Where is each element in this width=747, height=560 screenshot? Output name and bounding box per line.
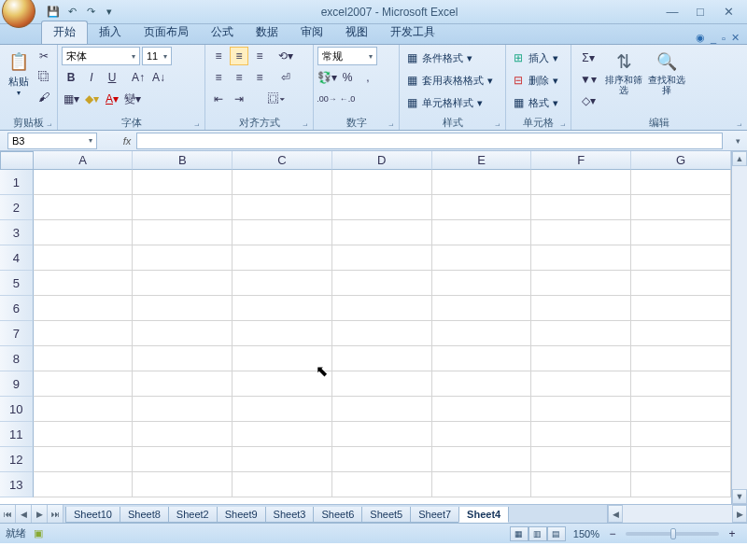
col-header[interactable]: A <box>34 151 134 170</box>
cell[interactable] <box>631 447 731 472</box>
cell[interactable] <box>233 271 332 296</box>
row-header[interactable]: 12 <box>0 447 34 472</box>
cell[interactable] <box>133 422 233 447</box>
cell[interactable] <box>233 245 332 271</box>
cell[interactable] <box>233 472 332 497</box>
cell[interactable] <box>34 447 134 472</box>
expand-formula-icon[interactable]: ▾ <box>736 136 747 146</box>
sheet-tab[interactable]: Sheet3 <box>265 507 315 523</box>
cell[interactable] <box>531 170 631 195</box>
font-name-combo[interactable]: 宋体 <box>62 47 140 65</box>
percent-format-button[interactable]: % <box>338 68 357 87</box>
decrease-indent-button[interactable]: ⇤ <box>209 90 228 108</box>
fill-button[interactable]: ▼▾ <box>575 70 601 89</box>
merge-center-button[interactable]: ⿴▾ <box>256 90 297 108</box>
scroll-up-icon[interactable]: ▲ <box>732 151 747 166</box>
cell[interactable] <box>133 397 233 422</box>
sheet-tab[interactable]: Sheet8 <box>120 507 169 523</box>
underline-button[interactable]: U <box>103 68 121 87</box>
cut-icon[interactable]: ✂ <box>35 47 53 65</box>
cell[interactable] <box>432 472 532 497</box>
cell[interactable] <box>332 195 432 220</box>
cell[interactable] <box>432 271 532 296</box>
normal-view-button[interactable]: ▦ <box>510 526 529 541</box>
cell[interactable] <box>34 371 134 397</box>
col-header[interactable]: G <box>631 151 731 170</box>
pagelayout-view-button[interactable]: ▥ <box>529 526 547 541</box>
scroll-right-icon[interactable]: ▶ <box>732 505 747 523</box>
cell[interactable] <box>34 296 134 321</box>
maximize-button[interactable]: □ <box>689 4 712 21</box>
cell[interactable] <box>432 397 532 422</box>
cell[interactable] <box>34 220 134 245</box>
cell[interactable] <box>133 170 233 195</box>
workbook-close-icon[interactable]: ✕ <box>731 32 740 44</box>
cell[interactable] <box>34 422 134 447</box>
cell[interactable] <box>133 245 233 271</box>
cell[interactable] <box>432 195 532 220</box>
zoom-thumb[interactable] <box>670 528 676 539</box>
bold-button[interactable]: B <box>62 68 80 87</box>
cell[interactable] <box>34 397 134 422</box>
find-select-button[interactable]: 🔍 查找和选择 <box>646 47 687 95</box>
name-box[interactable]: B3 <box>7 133 97 149</box>
row-header[interactable]: 13 <box>0 472 34 497</box>
cell[interactable] <box>432 245 532 271</box>
align-center-button[interactable]: ≡ <box>230 68 248 87</box>
comma-format-button[interactable]: , <box>359 68 377 87</box>
col-header[interactable]: E <box>432 151 532 170</box>
format-cells-button[interactable]: ▦格式 ▾ <box>510 93 560 112</box>
cell[interactable] <box>233 220 332 245</box>
accounting-format-button[interactable]: 💱▾ <box>317 68 336 87</box>
cell[interactable] <box>34 321 134 346</box>
cell[interactable] <box>133 271 233 296</box>
cell[interactable] <box>332 346 432 371</box>
sheet-tab[interactable]: Sheet10 <box>65 507 120 523</box>
cell[interactable] <box>332 271 432 296</box>
pagebreak-view-button[interactable]: ▤ <box>547 526 566 541</box>
cell[interactable] <box>34 195 134 220</box>
cell[interactable] <box>432 371 532 397</box>
cell[interactable] <box>531 220 631 245</box>
zoom-level[interactable]: 150% <box>573 528 599 539</box>
cell[interactable] <box>133 220 233 245</box>
cell[interactable] <box>531 321 631 346</box>
clear-button[interactable]: ◇▾ <box>575 91 601 110</box>
cell[interactable] <box>432 422 532 447</box>
decrease-decimal-button[interactable]: ←.0 <box>338 90 357 108</box>
cell[interactable] <box>631 296 731 321</box>
sheet-tab[interactable]: Sheet9 <box>217 507 266 523</box>
cell[interactable] <box>631 422 731 447</box>
grow-font-button[interactable]: A↑ <box>129 68 148 87</box>
cell[interactable] <box>531 271 631 296</box>
sheet-tab[interactable]: Sheet4 <box>458 507 509 523</box>
zoom-slider[interactable] <box>626 532 719 536</box>
cell[interactable] <box>34 170 134 195</box>
cell[interactable] <box>233 296 332 321</box>
cell[interactable] <box>233 447 332 472</box>
redo-icon[interactable]: ↷ <box>82 4 99 21</box>
cell[interactable] <box>233 371 332 397</box>
align-middle-button[interactable]: ≡ <box>230 47 248 65</box>
col-header[interactable]: C <box>233 151 332 170</box>
cell[interactable] <box>133 371 233 397</box>
font-size-combo[interactable]: 11 <box>142 47 172 65</box>
col-header[interactable]: F <box>531 151 631 170</box>
paste-button[interactable]: 📋 粘贴 ▾ <box>4 47 33 97</box>
tab-pagelayout[interactable]: 页面布局 <box>133 21 200 44</box>
cell[interactable] <box>531 447 631 472</box>
formula-input[interactable] <box>136 133 723 149</box>
font-color-button[interactable]: A▾ <box>103 90 121 108</box>
scroll-down-icon[interactable]: ▼ <box>732 489 747 504</box>
cell[interactable] <box>233 346 332 371</box>
format-as-table-button[interactable]: ▦套用表格格式 ▾ <box>403 71 495 90</box>
save-icon[interactable]: 💾 <box>45 4 62 21</box>
tab-home[interactable]: 开始 <box>41 21 88 44</box>
macro-record-icon[interactable]: ▣ <box>34 527 43 539</box>
row-header[interactable]: 10 <box>0 397 34 422</box>
shrink-font-button[interactable]: A↓ <box>149 68 168 87</box>
cell[interactable] <box>233 397 332 422</box>
align-left-button[interactable]: ≡ <box>209 68 228 87</box>
cell[interactable] <box>332 220 432 245</box>
align-right-button[interactable]: ≡ <box>250 68 269 87</box>
